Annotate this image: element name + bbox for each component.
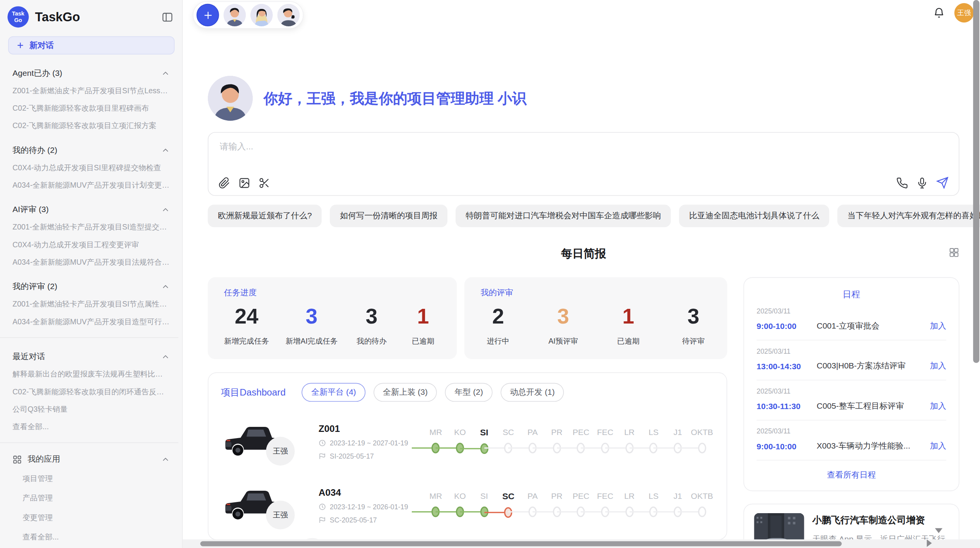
schedule-date: 2025/03/11 bbox=[757, 347, 946, 354]
schedule-event-title: C003|H0B-方案冻结评审 bbox=[817, 360, 930, 372]
logo-text-top: Task bbox=[12, 10, 24, 17]
microphone-icon[interactable] bbox=[916, 177, 928, 189]
chat-avatars-bar bbox=[193, 1, 303, 29]
new-chat-button[interactable]: 新对话 bbox=[8, 36, 175, 55]
schedule-date: 2025/03/11 bbox=[757, 427, 946, 435]
project-info: Z001 2023-12-19 ~ 2027-01-19 SI-2025-05-… bbox=[315, 423, 423, 459]
stat: 1 已逾期 bbox=[406, 303, 441, 347]
phone-icon[interactable] bbox=[896, 177, 908, 189]
app-item-change-mgmt[interactable]: 变更管理 bbox=[22, 512, 170, 523]
project-next-milestone: SI-2025-05-17 bbox=[330, 452, 374, 459]
sidebar-task-item[interactable]: Z001-全新燃油皮卡产品开发项目SI节点Lesson Learn报告 bbox=[12, 86, 170, 96]
sidebar-task-item[interactable]: A034-全新新能源MUV产品开发项目计划变更表编写 bbox=[12, 180, 170, 191]
milestone-dot bbox=[690, 440, 714, 456]
sidebar-task-item[interactable]: A034-全新新能源MUV产品开发项目法规符合性评审 bbox=[12, 257, 170, 268]
sidebar-task-item[interactable]: Z001-全新燃油轻卡产品开发项目SI节点属性5D文件评审 bbox=[12, 299, 170, 310]
stat: 3 我的待办 bbox=[354, 303, 389, 347]
app-window: Task Go TaskGo 新对话 Agent已办 (3) Z001-全新燃油… bbox=[0, 0, 980, 548]
sidebar-body: Agent已办 (3) Z001-全新燃油皮卡产品开发项目SI节点Lesson … bbox=[0, 68, 182, 548]
stats-row: 任务进度 24 新增完成任务 3 新增AI完成任务 bbox=[208, 277, 727, 359]
sidebar-collapse-icon[interactable] bbox=[160, 10, 175, 24]
suggestion-chip[interactable]: 比亚迪全固态电池计划具体说了什么 bbox=[679, 205, 829, 227]
layout-grid-icon[interactable] bbox=[949, 247, 959, 258]
sidebar-task-item[interactable]: A034-全新新能源MUV产品开发项目造型可行性评审 bbox=[12, 317, 170, 327]
join-link[interactable]: 加入 bbox=[930, 360, 946, 372]
schedule-item: 2025/03/11 13:00-14:30 C003|H0B-方案冻结评审 加… bbox=[757, 341, 946, 380]
schedule-card: 日程 2025/03/11 9:00-10:00 C001-立项审批会 加入 2… bbox=[744, 277, 959, 491]
milestone-cell: OKTB bbox=[690, 491, 714, 520]
join-link[interactable]: 加入 bbox=[930, 440, 946, 452]
sidebar-task-item[interactable]: Z001-全新燃油轻卡产品开发项目SI造型提交物评审 bbox=[12, 222, 170, 233]
section-my-review[interactable]: 我的评审 (2) bbox=[12, 281, 170, 292]
image-icon[interactable] bbox=[238, 177, 250, 189]
scroll-down-arrow-icon[interactable] bbox=[935, 528, 942, 533]
plus-icon bbox=[16, 41, 24, 50]
stat: 3 待评审 bbox=[676, 303, 711, 347]
user-avatar[interactable]: 王强 bbox=[954, 3, 974, 22]
notification-bell-icon[interactable] bbox=[933, 7, 945, 19]
sidebar-task-item[interactable]: C02-飞腾新能源轻客改款项目里程碑画布 bbox=[12, 103, 170, 114]
daily-briefing-header: 每日简报 bbox=[208, 246, 959, 261]
recent-chat-item[interactable]: 解释最新出台的欧盟报废车法规再生塑料比例被调至15%... bbox=[12, 369, 170, 380]
schedule-item: 2025/03/11 10:30-11:30 C005-整车工程目标评审 加入 bbox=[757, 380, 946, 420]
horizontal-scrollbar[interactable] bbox=[183, 539, 980, 548]
section-ai-review[interactable]: AI评审 (3) bbox=[12, 204, 170, 215]
recent-view-all-link[interactable]: 查看全部... bbox=[12, 422, 170, 432]
teammate-avatar-2[interactable] bbox=[250, 4, 273, 26]
sidebar-task-item[interactable]: C0X4-动力总成开发项目SI里程碑提交物检查 bbox=[12, 163, 170, 173]
apps-view-all-link[interactable]: 查看全部... bbox=[22, 532, 170, 542]
teammate-avatar-1[interactable] bbox=[223, 4, 246, 26]
project-dates: 2023-12-19 ~ 2027-01-19 bbox=[330, 439, 408, 446]
teammate-avatar-3[interactable] bbox=[277, 4, 300, 26]
filter-pill[interactable]: 全新上装 (3) bbox=[373, 383, 437, 402]
suggestion-chip[interactable]: 如何写一份清晰的项目周报 bbox=[330, 205, 447, 227]
horizontal-scrollbar-thumb[interactable] bbox=[200, 541, 841, 546]
send-icon[interactable] bbox=[936, 176, 949, 189]
chat-input[interactable] bbox=[218, 140, 949, 164]
filter-pill[interactable]: 全新平台 (4) bbox=[302, 383, 365, 402]
project-row[interactable]: 王强 A034 2023-12-19 ~ 2026-01-19 bbox=[221, 481, 714, 529]
clock-icon bbox=[319, 439, 326, 446]
recent-chat-item[interactable]: C02-飞腾新能源轻客改款项目的闭环通告反馈情况 bbox=[12, 387, 170, 397]
schedule-item: 2025/03/11 9:00-10:00 X003-车辆动力学性能验... 加… bbox=[757, 421, 946, 461]
scroll-right-arrow-icon[interactable] bbox=[927, 539, 932, 547]
attachment-icon[interactable] bbox=[218, 177, 230, 189]
sidebar-item-my-apps[interactable]: 我的应用 bbox=[12, 454, 170, 465]
suggestion-chip[interactable]: 特朗普可能对进口汽车增税会对中国车企造成哪些影响 bbox=[456, 205, 671, 227]
app-item-project-mgmt[interactable]: 项目管理 bbox=[22, 474, 170, 484]
sidebar-task-item[interactable]: C02-飞腾新能源轻客改款项目立项汇报方案 bbox=[12, 121, 170, 131]
suggestion-chip[interactable]: 当下年轻人对汽车外观有怎样的喜好趋势 bbox=[838, 205, 980, 227]
section-agent-done[interactable]: Agent已办 (3) bbox=[12, 68, 170, 79]
filter-pill[interactable]: 动总开发 (1) bbox=[500, 383, 564, 402]
section-my-todo[interactable]: 我的待办 (2) bbox=[12, 144, 170, 156]
flag-icon bbox=[319, 452, 326, 459]
app-item-product-mgmt[interactable]: 产品管理 bbox=[22, 493, 170, 503]
milestone-cell: J1 bbox=[666, 491, 690, 520]
section-recent-chats[interactable]: 最近对话 bbox=[12, 351, 170, 362]
milestone-cell: LS bbox=[641, 491, 666, 520]
greeting-text: 你好，王强，我是你的项目管理助理 小识 bbox=[264, 89, 527, 108]
card-title: 我的评审 bbox=[481, 287, 711, 298]
vertical-scrollbar-thumb[interactable] bbox=[973, 0, 979, 363]
app-title: TaskGo bbox=[35, 10, 160, 24]
add-chat-button[interactable] bbox=[197, 4, 219, 26]
milestone-dot bbox=[690, 503, 714, 520]
milestone-cell: FEC bbox=[593, 427, 617, 457]
view-all-schedule-link[interactable]: 查看所有日程 bbox=[757, 469, 946, 481]
stat: 24 新增完成任务 bbox=[224, 303, 269, 347]
sidebar-task-item[interactable]: C0X4-动力总成开发项目工程变更评审 bbox=[12, 240, 170, 250]
suggestion-chip[interactable]: 欧洲新规最近颁布了什么? bbox=[208, 205, 322, 227]
milestone-cell: MR bbox=[424, 427, 448, 457]
topbar: 王强 bbox=[183, 0, 980, 30]
stat: 1 已逾期 bbox=[611, 303, 646, 347]
scissors-icon[interactable] bbox=[259, 177, 271, 189]
recent-chat-item[interactable]: 公司Q3轻卡销量 bbox=[12, 404, 170, 414]
schedule-date: 2025/03/11 bbox=[757, 307, 946, 315]
filter-pill[interactable]: 年型 (2) bbox=[445, 383, 492, 402]
new-chat-label: 新对话 bbox=[29, 40, 54, 51]
join-link[interactable]: 加入 bbox=[930, 320, 946, 332]
composer-toolbar bbox=[218, 176, 949, 189]
schedule-title: 日程 bbox=[757, 289, 946, 300]
join-link[interactable]: 加入 bbox=[930, 401, 946, 412]
project-row[interactable]: 王强 Z001 2023-12-19 ~ 2027-01-19 bbox=[221, 417, 714, 466]
